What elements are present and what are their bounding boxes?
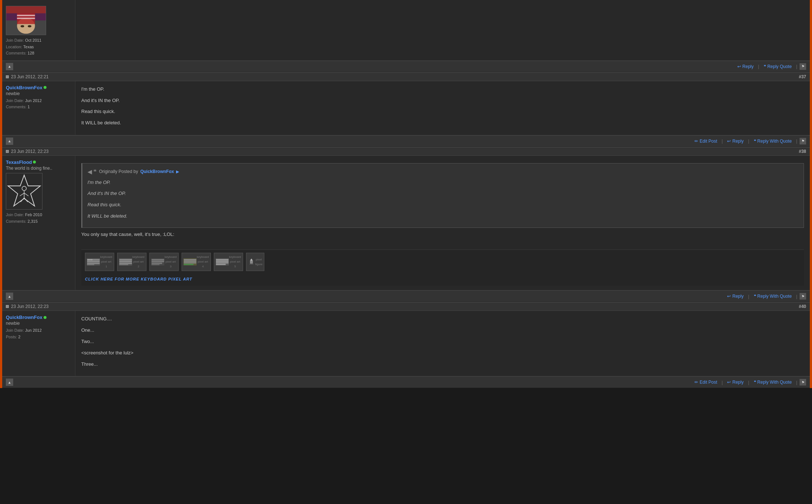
reply-btn-partial[interactable]: ↩ Reply [735, 63, 756, 70]
reply-quote-label-partial: Reply Quote [767, 64, 792, 69]
post-dot-38 [6, 150, 9, 153]
svg-rect-38 [184, 262, 196, 263]
post-row-37: QuickBrownFox newbie Join Date: Jun 2012… [2, 81, 810, 135]
join-label-38: Join Date: [6, 212, 24, 217]
post-line-37-0: I'm the OP. [81, 86, 804, 93]
sep-37-3: | [796, 138, 797, 144]
post-row-partial: Join Date: Oct 2011 Location: Texas Comm… [2, 0, 810, 61]
sig-label-5: keyboard pixel art 5 [229, 255, 241, 269]
edit-icon-37: ✏ [694, 139, 698, 144]
sig-figure: pixel figure [246, 253, 264, 271]
sep-40-3: | [796, 380, 797, 385]
scroll-top-37[interactable]: ▲ [6, 138, 13, 145]
sep-38-1: | [748, 294, 749, 299]
sig-label-6: pixel figure [255, 257, 262, 267]
reply-quote-label-40: Reply With Quote [757, 380, 792, 385]
comments-label-38: Comments: [6, 219, 26, 223]
view-post-link-38[interactable]: ▶ [176, 169, 179, 175]
svg-rect-39 [184, 264, 194, 265]
partial-post: Join Date: Oct 2011 Location: Texas Comm… [2, 0, 810, 72]
footer-right-partial: ↩ Reply | ❝ Reply Quote | ⚑ [735, 63, 806, 70]
reply-quote-btn-40[interactable]: ❝ Reply With Quote [752, 379, 794, 385]
quote-line-38-1: And it's IN the OP. [87, 190, 798, 198]
avatar-38 [6, 173, 42, 210]
sep-partial-2: | [796, 64, 797, 69]
username-text-37: QuickBrownFox [6, 85, 42, 90]
username-40[interactable]: QuickBrownFox [6, 315, 46, 320]
scroll-top-partial[interactable]: ▲ [6, 63, 13, 70]
post-line-40-2: Two... [81, 338, 804, 346]
reply-label-40: Reply [732, 380, 744, 385]
user-title-38: The world is doing fine.. [6, 166, 71, 171]
post-header-40: 23 Jun 2012, 22:23 #40 [2, 302, 810, 311]
post-header-38: 23 Jun 2012, 22:23 #38 [2, 147, 810, 156]
join-label-40: Join Date: [6, 328, 24, 332]
svg-rect-6 [17, 18, 35, 19]
sidebar-partial: Join Date: Oct 2011 Location: Texas Comm… [2, 0, 75, 60]
post-footer-partial: ▲ ↩ Reply | ❝ Reply Quote | ⚑ [2, 61, 810, 72]
reply-btn-38[interactable]: ↩ Reply [725, 293, 746, 300]
edit-btn-40[interactable]: ✏ Edit Post [692, 379, 719, 385]
post-37-container: 23 Jun 2012, 22:21 #37 QuickBrownFox new… [2, 72, 810, 147]
post-content-37: I'm the OP. And it's IN the OP. Read thi… [75, 81, 810, 135]
post-line-37-3: It WILL be deleted. [81, 119, 804, 127]
sidebar-38: TexasFlood The world is doing fine.. [2, 156, 75, 290]
post-date-38: 23 Jun 2012, 22:23 [11, 149, 49, 154]
post-content-partial [75, 0, 810, 60]
report-btn-38[interactable]: ⚑ [800, 293, 806, 300]
quote-line-38-3: It WILL be deleted. [87, 212, 798, 220]
quote-author-38: QuickBrownFox [140, 168, 174, 175]
post-row-40: QuickBrownFox newbie Join Date: Jun 2012… [2, 311, 810, 376]
scroll-top-40[interactable]: ▲ [6, 379, 13, 386]
post-38-container: 23 Jun 2012, 22:23 #38 TexasFlood The wo… [2, 147, 810, 302]
comments-label-partial: Comments: [6, 51, 26, 55]
svg-rect-32 [152, 261, 164, 262]
footer-left-37: ▲ [6, 138, 13, 145]
edit-btn-37[interactable]: ✏ Edit Post [692, 138, 719, 144]
sig-label-1: keyboard pixel art 1 [100, 255, 112, 269]
user-meta-37: Join Date: Jun 2012 Comments: 1 [6, 98, 71, 110]
report-btn-37[interactable]: ⚑ [800, 138, 806, 144]
user-title-40: newbie [6, 321, 71, 326]
sig-keyboard-3: keyboard pixel art 3 [149, 253, 179, 271]
reply-btn-37[interactable]: ↩ Reply [725, 138, 746, 144]
svg-rect-36 [184, 259, 196, 260]
post-number-37: #37 [799, 74, 806, 79]
join-value-40: Jun 2012 [25, 328, 42, 332]
edit-label-40: Edit Post [700, 380, 717, 385]
reply-btn-40[interactable]: ↩ Reply [725, 379, 746, 385]
post-line-37-2: Read this quick. [81, 108, 804, 116]
comments-value-partial: 128 [27, 51, 34, 55]
post-header-left-38: 23 Jun 2012, 22:23 [6, 149, 49, 154]
join-value-37: Jun 2012 [25, 98, 42, 103]
sep-partial-1: | [758, 64, 759, 69]
svg-rect-20 [87, 262, 100, 264]
svg-rect-31 [152, 259, 164, 260]
report-btn-40[interactable]: ⚑ [800, 379, 806, 385]
join-label-37: Join Date: [6, 98, 24, 103]
report-btn-partial[interactable]: ⚑ [800, 63, 806, 70]
user-meta-40: Join Date: Jun 2012 Posts: 2 [6, 327, 71, 340]
reply-quote-btn-37[interactable]: ❝ Reply With Quote [752, 138, 794, 144]
post-line-40-1: One... [81, 327, 804, 334]
quote-line-38-2: Read this quick. [87, 201, 798, 209]
post-date-40: 23 Jun 2012, 22:23 [11, 304, 49, 309]
svg-rect-42 [216, 260, 228, 262]
location-label-partial: Location: [6, 45, 22, 49]
username-37[interactable]: QuickBrownFox [6, 85, 46, 90]
reply-icon-37: ↩ [727, 139, 731, 144]
username-38[interactable]: TexasFlood [6, 159, 36, 165]
sig-row-38: keyboard pixel art 1 keyboard pixel art … [81, 249, 804, 286]
svg-rect-28 [119, 262, 132, 264]
join-label-partial: Join Date: [6, 38, 24, 42]
originally-posted-label: Originally Posted by [99, 168, 138, 175]
post-header-left-37: 23 Jun 2012, 22:21 [6, 74, 49, 79]
post-footer-38: ▲ ↩ Reply | ❝ Reply With Quote | ⚑ [2, 290, 810, 302]
reply-quote-btn-38[interactable]: ❝ Reply With Quote [752, 293, 794, 300]
sig-cta-text[interactable]: CLICK HERE FOR MORE KEYBOARD PIXEL ART [85, 277, 192, 281]
edit-label-37: Edit Post [700, 139, 717, 144]
reply-quote-btn-partial[interactable]: ❝ Reply Quote [761, 63, 794, 70]
sep-38-2: | [796, 294, 797, 299]
reply-icon-40: ↩ [727, 380, 731, 385]
scroll-top-38[interactable]: ▲ [6, 293, 13, 300]
